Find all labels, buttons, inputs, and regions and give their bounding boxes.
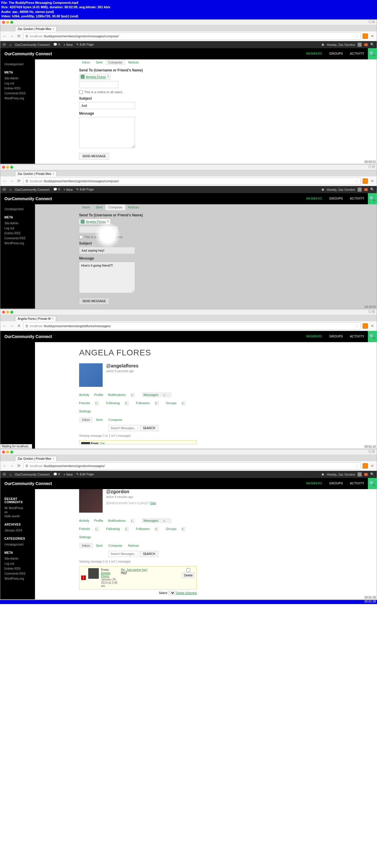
forward-button[interactable]: → — [9, 463, 14, 468]
tab-notices[interactable]: Notices — [125, 204, 142, 210]
search-button[interactable]: 🔍 — [368, 478, 377, 489]
reload-button[interactable]: ⟳ — [16, 463, 22, 468]
remove-icon[interactable]: X — [107, 220, 109, 223]
expand-icon[interactable] — [369, 450, 371, 453]
nav-activity[interactable]: Activity — [79, 518, 92, 523]
wp-home-icon[interactable]: ⌂ — [9, 188, 11, 191]
wp-howdy[interactable]: Howdy, Zac Gordon — [327, 473, 355, 476]
nav-notifications[interactable]: Notifications1 — [108, 392, 139, 397]
wp-site-name[interactable]: OurCommunity Connect — [15, 43, 50, 46]
message-textarea[interactable]: How's it going friend?! — [79, 262, 135, 293]
tab-inbox[interactable]: Inbox — [79, 59, 93, 65]
delete-button[interactable]: Delete — [182, 572, 195, 578]
close-icon[interactable]: × — [52, 317, 54, 320]
search-button[interactable]: 🔍 — [368, 48, 377, 59]
nav-settings[interactable]: Settings — [79, 409, 93, 414]
subnav-notices[interactable]: Notices — [125, 542, 142, 549]
search-messages-input[interactable] — [109, 425, 138, 431]
subject-input[interactable] — [79, 102, 135, 109]
avatar[interactable] — [357, 42, 362, 47]
nav-groups[interactable]: GROUPS — [326, 478, 346, 489]
wp-comments-icon[interactable]: 💬 0 — [53, 188, 60, 191]
from-link[interactable]: Angela Flores — [101, 571, 110, 578]
nav-friends[interactable]: Friends1 — [79, 400, 104, 406]
wp-notif-icon[interactable]: ◉ — [321, 42, 324, 46]
back-button[interactable]: ← — [2, 463, 7, 468]
forward-button[interactable]: → — [9, 323, 14, 329]
from-link[interactable]: Zac — [100, 442, 105, 444]
profile-icon[interactable] — [372, 20, 375, 23]
search-icon[interactable]: 🔍 — [370, 472, 374, 476]
wp-logo-icon[interactable]: ⓦ — [3, 187, 6, 192]
sidebar-uncategorized[interactable]: Uncategorized — [4, 207, 31, 212]
extension-icon[interactable] — [362, 179, 368, 184]
wp-comments-icon[interactable]: 💬 0 — [53, 42, 60, 46]
wp-badge[interactable]: 1 — [364, 473, 368, 476]
search-messages-button[interactable]: SEARCH — [140, 425, 158, 431]
nav-activity[interactable]: Activity — [79, 392, 92, 397]
bulk-select[interactable] — [169, 591, 175, 595]
sidebar-archive-jan[interactable]: January 2014 — [4, 528, 31, 533]
sidebar-uncategorized[interactable]: Uncategorized — [4, 62, 31, 67]
nav-groups[interactable]: GROUPS — [326, 193, 346, 204]
wp-home-icon[interactable]: ⌂ — [9, 473, 11, 476]
reload-button[interactable]: ⟳ — [16, 33, 22, 39]
nav-notifications[interactable]: Notifications1 — [108, 518, 139, 523]
extension-icon[interactable] — [362, 463, 368, 468]
subnav-inbox[interactable]: Inbox — [79, 542, 93, 549]
site-title[interactable]: OurCommunity Connect — [4, 52, 52, 56]
subnav-sent[interactable]: Sent — [93, 417, 106, 423]
wp-badge[interactable]: 1 — [364, 188, 368, 191]
wp-edit[interactable]: ✎ Edit Page — [76, 42, 94, 46]
extension-icon[interactable] — [362, 33, 368, 39]
expand-icon[interactable] — [369, 20, 371, 23]
wp-site-name[interactable]: OurCommunity Connect — [15, 188, 50, 191]
sidebar-logout[interactable]: Log out — [4, 561, 31, 566]
url-input[interactable]: 🗋localhost/buddypress/members/zgordon/me… — [23, 178, 361, 185]
sidebar-logout[interactable]: Log out — [4, 226, 31, 231]
sidebar-entries-rss[interactable]: Entries RSS — [4, 86, 31, 91]
sidebar-logout[interactable]: Log out — [4, 81, 31, 86]
notice-checkbox[interactable] — [79, 90, 83, 94]
delete-selected-link[interactable]: Delete Selected — [176, 591, 197, 595]
sidebar-site-admin[interactable]: Site Admin — [4, 221, 31, 226]
close-icon[interactable]: × — [52, 27, 54, 31]
wp-edit[interactable]: ✎ Edit Page — [76, 188, 94, 191]
nav-settings[interactable]: Settings — [79, 534, 93, 540]
remove-icon[interactable]: X — [107, 75, 109, 78]
bookmark-icon[interactable]: ☆ — [355, 464, 359, 468]
back-button[interactable]: ← — [2, 323, 7, 329]
message-row[interactable]: 1 From: Angela Flores January 28, 2014 a… — [79, 566, 197, 590]
sidebar-site-admin[interactable]: Site Admin — [4, 556, 31, 561]
url-input[interactable]: 🗋localhost/buddypress/members/angelaflor… — [23, 322, 361, 330]
browser-tab[interactable]: Angela Flores | Private M× — [15, 316, 56, 321]
wp-notif-icon[interactable]: ◉ — [321, 188, 324, 191]
subnav-compose[interactable]: Compose — [106, 417, 125, 423]
wp-home-icon[interactable]: ⌂ — [9, 43, 11, 46]
sidebar-wordpress[interactable]: WordPress.org — [4, 241, 31, 246]
recipient-link[interactable]: Angela Flores — [86, 220, 106, 223]
menu-icon[interactable]: ≡ — [370, 463, 375, 468]
tab-sent[interactable]: Sent — [93, 59, 106, 65]
nav-groups[interactable]: Groups0 — [166, 400, 190, 406]
back-button[interactable]: ← — [2, 179, 7, 184]
search-messages-button[interactable]: SEARCH — [140, 551, 158, 557]
nav-activity[interactable]: ACTIVITY — [346, 478, 368, 489]
menu-icon[interactable]: ≡ — [370, 323, 375, 329]
site-title[interactable]: OurCommunity Connect — [4, 196, 52, 201]
nav-members[interactable]: MEMBERS — [303, 48, 326, 59]
expand-icon[interactable] — [369, 310, 371, 313]
site-title[interactable]: OurCommunity Connect — [4, 481, 52, 486]
wp-logo-icon[interactable]: ⓦ — [3, 42, 6, 47]
subnav-inbox[interactable]: Inbox — [79, 417, 93, 423]
wp-new[interactable]: + New — [63, 473, 73, 476]
bookmark-icon[interactable]: ☆ — [355, 323, 359, 328]
sidebar-entries-rss[interactable]: Entries RSS — [4, 231, 31, 236]
notice-checkbox[interactable] — [79, 235, 83, 239]
sidebar-uncategorized[interactable]: Uncategorized — [4, 542, 31, 547]
forward-button[interactable]: → — [9, 179, 14, 184]
nav-activity[interactable]: ACTIVITY — [346, 48, 368, 59]
url-input[interactable]: 🗋localhost/buddypress/members/zgordon/me… — [23, 462, 361, 469]
wp-howdy[interactable]: Howdy, Zac Gordon — [327, 43, 355, 46]
wp-badge[interactable]: 1 — [364, 43, 368, 46]
